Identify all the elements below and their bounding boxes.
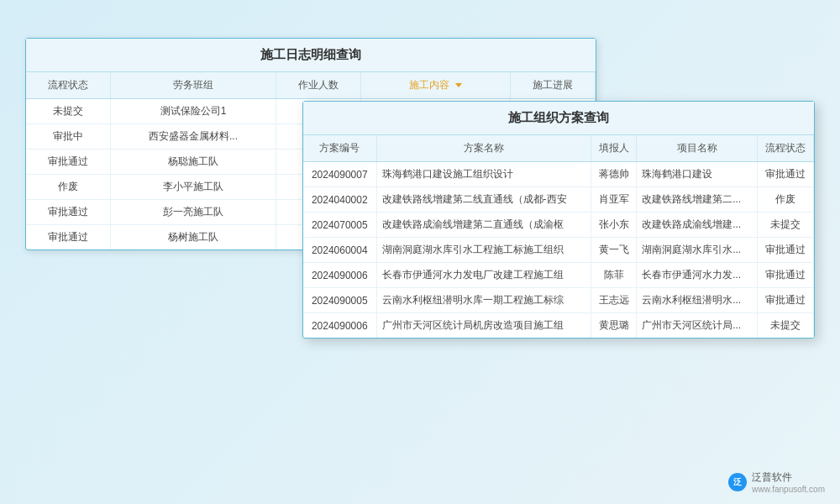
plan-project: 改建铁路线增建第二...	[637, 187, 758, 213]
plan-code[interactable]: 2024070005	[303, 213, 376, 238]
plan-table-row: 2024060004 湖南洞庭湖水库引水工程施工标施工组织 黄一飞 湖南洞庭湖水…	[303, 238, 814, 263]
log-status: 作废	[26, 175, 110, 200]
logo-company: 泛普软件	[752, 470, 825, 485]
col-status: 流程状态	[26, 72, 110, 99]
col-content[interactable]: 施工内容	[361, 72, 510, 99]
logo-area: 泛 泛普软件 www.fanpusoft.com	[728, 470, 825, 494]
plan-status: 审批通过	[757, 263, 813, 288]
plan-project: 改建铁路成渝线增建...	[637, 213, 758, 238]
plan-table-row: 2024090006 广州市天河区统计局机房改造项目施工组 黄思璐 广州市天河区…	[303, 313, 814, 339]
plan-name: 湖南洞庭湖水库引水工程施工标施工组织	[376, 238, 591, 263]
col-group: 劳务班组	[110, 72, 276, 99]
plan-status: 审批通过	[757, 238, 813, 263]
log-group: 彭一亮施工队	[110, 200, 276, 225]
plan-reporter: 张小东	[591, 213, 637, 238]
log-group: 杨树施工队	[110, 225, 276, 250]
plan-table-row: 2024070005 改建铁路成渝线增建第二直通线（成渝枢 张小东 改建铁路成渝…	[303, 213, 814, 238]
log-status: 审批通过	[26, 200, 110, 225]
plan-name: 改建铁路线增建第二线直通线（成都-西安	[376, 187, 591, 213]
sort-icon	[455, 83, 462, 87]
col-name: 方案名称	[376, 135, 591, 162]
log-group: 杨聪施工队	[110, 150, 276, 175]
plan-project: 云南水利枢纽潜明水...	[637, 288, 758, 313]
plan-status: 未提交	[757, 313, 813, 339]
plan-name: 云南水利枢纽潜明水库一期工程施工标综	[376, 288, 591, 313]
log-group: 西安盛器金属材料...	[110, 124, 276, 150]
col-reporter: 填报人	[591, 135, 637, 162]
plan-status: 未提交	[757, 213, 813, 238]
plan-name: 改建铁路成渝线增建第二直通线（成渝枢	[376, 213, 591, 238]
log-status: 审批中	[26, 124, 110, 150]
plan-table-row: 2024090007 珠海鹤港口建设施工组织设计 蒋德帅 珠海鹤港口建设 审批通…	[303, 162, 814, 187]
logo-icon-text: 泛	[733, 476, 742, 488]
logo-text: 泛普软件 www.fanpusoft.com	[752, 470, 825, 494]
col-progress: 施工进展	[510, 72, 595, 99]
page-container: 施工日志明细查询 流程状态 劳务班组 作业人数 施工内容 施工进展 未提交 测试…	[0, 0, 840, 504]
plan-reporter: 黄思璐	[591, 313, 637, 339]
plan-reporter: 陈菲	[591, 263, 637, 288]
plan-reporter: 黄一飞	[591, 238, 637, 263]
plan-code[interactable]: 2024060004	[303, 238, 376, 263]
plan-name: 广州市天河区统计局机房改造项目施工组	[376, 313, 591, 339]
plan-status: 审批通过	[757, 288, 813, 313]
panel-construction-plan: 施工组织方案查询 方案编号 方案名称 填报人 项目名称 流程状态 2024090…	[302, 101, 815, 339]
col-plan-status: 流程状态	[757, 135, 813, 162]
plan-table-row: 2024040002 改建铁路线增建第二线直通线（成都-西安 肖亚军 改建铁路线…	[303, 187, 814, 213]
plan-project: 珠海鹤港口建设	[637, 162, 758, 187]
col-count: 作业人数	[276, 72, 361, 99]
logo-icon: 泛	[728, 473, 747, 491]
logo-website: www.fanpusoft.com	[752, 485, 825, 494]
plan-table-row: 2024090005 云南水利枢纽潜明水库一期工程施工标综 王志远 云南水利枢纽…	[303, 288, 814, 313]
log-status: 审批通过	[26, 150, 110, 175]
plan-reporter: 王志远	[591, 288, 637, 313]
panel-log-title: 施工日志明细查询	[26, 39, 596, 72]
log-group: 李小平施工队	[110, 175, 276, 200]
col-code: 方案编号	[303, 135, 376, 162]
log-status: 审批通过	[26, 225, 110, 250]
plan-code[interactable]: 2024090005	[303, 288, 376, 313]
plan-name: 珠海鹤港口建设施工组织设计	[376, 162, 591, 187]
plan-code[interactable]: 2024090006	[303, 263, 376, 288]
log-group: 测试保险公司1	[110, 99, 276, 124]
plan-status: 审批通过	[757, 162, 813, 187]
plan-code[interactable]: 2024040002	[303, 187, 376, 213]
plan-status: 作废	[757, 187, 813, 213]
plan-table-row: 2024090006 长春市伊通河水力发电厂改建工程施工组 陈菲 长春市伊通河水…	[303, 263, 814, 288]
plan-reporter: 蒋德帅	[591, 162, 637, 187]
plan-code[interactable]: 2024090006	[303, 313, 376, 339]
plan-code[interactable]: 2024090007	[303, 162, 376, 187]
plan-table: 方案编号 方案名称 填报人 项目名称 流程状态 2024090007 珠海鹤港口…	[303, 135, 814, 338]
plan-project: 广州市天河区统计局...	[637, 313, 758, 339]
log-status: 未提交	[26, 99, 110, 124]
panel-plan-title: 施工组织方案查询	[303, 102, 814, 135]
plan-name: 长春市伊通河水力发电厂改建工程施工组	[376, 263, 591, 288]
plan-reporter: 肖亚军	[591, 187, 637, 213]
plan-project: 长春市伊通河水力发...	[637, 263, 758, 288]
plan-project: 湖南洞庭湖水库引水...	[637, 238, 758, 263]
col-project: 项目名称	[637, 135, 758, 162]
